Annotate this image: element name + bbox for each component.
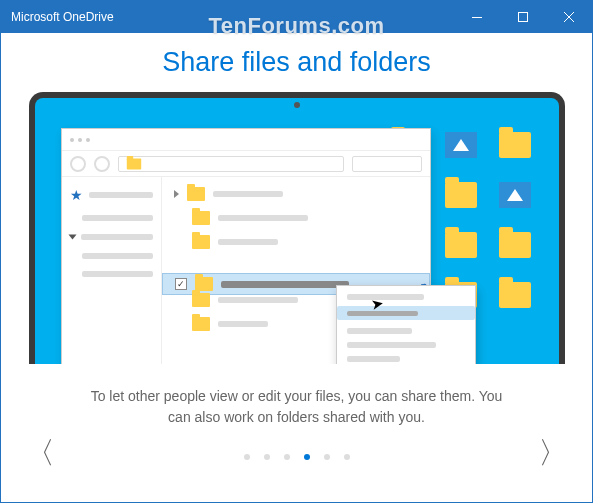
window-header — [62, 129, 430, 151]
file-row — [174, 187, 418, 201]
file-row — [174, 235, 418, 249]
menu-item-selected — [337, 306, 475, 320]
menu-item — [347, 356, 400, 362]
star-icon: ★ — [70, 187, 83, 203]
chevron-down-icon — [69, 235, 77, 240]
pager-dot[interactable] — [284, 454, 290, 460]
context-menu — [336, 285, 476, 364]
nav-circle-icon — [70, 156, 86, 172]
folder-icon — [192, 317, 210, 331]
folder-icon — [127, 158, 141, 169]
folder-icon — [445, 232, 477, 258]
folder-icon — [499, 132, 531, 158]
sidebar: ★ — [62, 177, 162, 364]
explorer-window: ★ ✓ ☁ — [61, 128, 431, 364]
placeholder-line — [218, 321, 268, 327]
folder-icon — [445, 182, 477, 208]
placeholder-line — [218, 239, 278, 245]
menu-item — [347, 342, 436, 348]
pager — [29, 454, 564, 460]
placeholder-line — [221, 281, 349, 288]
image-file-icon — [445, 132, 477, 158]
window-controls — [454, 1, 592, 33]
address-bar — [62, 151, 430, 177]
placeholder-line — [89, 192, 153, 198]
prev-button[interactable]: 〈 — [25, 433, 55, 474]
minimize-button[interactable] — [454, 1, 500, 33]
folder-icon — [192, 235, 210, 249]
sidebar-item — [70, 253, 153, 259]
page-description: To let other people view or edit your fi… — [79, 386, 514, 428]
folder-icon — [499, 282, 531, 308]
sidebar-item — [70, 215, 153, 221]
window-body: ★ ✓ ☁ — [62, 177, 430, 364]
folder-icon — [187, 187, 205, 201]
placeholder-line — [218, 215, 308, 221]
monitor-camera-icon — [294, 102, 300, 108]
folder-icon — [192, 211, 210, 225]
placeholder-line — [82, 271, 153, 277]
folder-icon — [499, 232, 531, 258]
sidebar-item — [70, 233, 153, 241]
placeholder-line — [218, 297, 298, 303]
path-field — [118, 156, 344, 172]
folder-icon — [192, 293, 210, 307]
pager-dot[interactable] — [344, 454, 350, 460]
nav-circle-icon — [94, 156, 110, 172]
titlebar: Microsoft OneDrive — [1, 1, 592, 33]
pager-dot[interactable] — [264, 454, 270, 460]
file-list: ✓ ☁ ➤ — [162, 177, 430, 364]
placeholder-line — [82, 215, 153, 221]
pager-dot[interactable] — [244, 454, 250, 460]
sidebar-item — [70, 271, 153, 277]
menu-item — [347, 328, 412, 334]
chevron-right-icon — [174, 190, 179, 198]
placeholder-line — [82, 253, 153, 259]
menu-item — [347, 294, 424, 300]
svg-rect-1 — [519, 13, 528, 22]
image-file-icon — [499, 182, 531, 208]
close-button[interactable] — [546, 1, 592, 33]
pager-dot[interactable] — [324, 454, 330, 460]
placeholder-line — [213, 191, 283, 197]
maximize-button[interactable] — [500, 1, 546, 33]
placeholder-line — [81, 234, 153, 240]
page-title: Share files and folders — [29, 47, 564, 78]
next-button[interactable]: 〉 — [538, 433, 568, 474]
window-title: Microsoft OneDrive — [11, 10, 114, 24]
file-row — [174, 211, 418, 225]
pager-dot-active[interactable] — [304, 454, 310, 460]
search-field — [352, 156, 422, 172]
checkbox-icon: ✓ — [175, 278, 187, 290]
folder-icon — [195, 277, 213, 291]
illustration: ★ ✓ ☁ — [29, 92, 565, 364]
content-area: Share files and folders — [1, 33, 592, 460]
sidebar-item: ★ — [70, 187, 153, 203]
window-dots-icon — [70, 138, 74, 142]
